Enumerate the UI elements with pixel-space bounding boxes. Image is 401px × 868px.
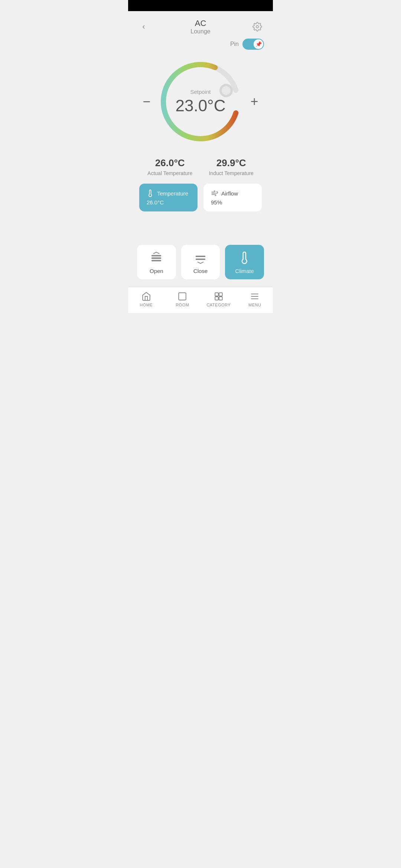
svg-rect-11 bbox=[215, 293, 218, 296]
temperature-card-icon-row: Temperature bbox=[147, 190, 188, 197]
climate-mode-label: Climate bbox=[235, 268, 254, 274]
header-center: AC Lounge bbox=[190, 19, 210, 35]
mode-buttons: Open Close Climate bbox=[128, 237, 273, 287]
svg-rect-7 bbox=[151, 260, 161, 262]
svg-rect-5 bbox=[151, 255, 161, 256]
temperature-card[interactable]: Temperature 26.0°C bbox=[139, 184, 198, 211]
cards-row: Temperature 26.0°C Airflow 95% bbox=[128, 184, 273, 219]
nav-item-home[interactable]: HOME bbox=[128, 290, 164, 309]
dial-container: Setpoint 23.0°C bbox=[156, 57, 245, 146]
pin-icon: 📌 bbox=[255, 41, 262, 47]
decrease-button[interactable]: − bbox=[137, 95, 156, 108]
climate-mode-button[interactable]: Climate bbox=[225, 245, 264, 279]
close-icon bbox=[194, 251, 207, 264]
actual-temp-value: 26.0°C bbox=[147, 157, 192, 169]
gear-icon bbox=[252, 22, 262, 32]
svg-rect-6 bbox=[151, 257, 161, 259]
svg-rect-12 bbox=[219, 293, 222, 296]
nav-label-room: ROOM bbox=[176, 303, 189, 307]
thermometer-icon bbox=[147, 190, 154, 197]
close-mode-label: Close bbox=[193, 268, 208, 274]
svg-rect-13 bbox=[215, 297, 218, 300]
induct-temp-item: 29.9°C Induct Temperature bbox=[209, 157, 253, 176]
home-icon bbox=[141, 292, 151, 301]
open-icon bbox=[150, 251, 163, 264]
climate-icon bbox=[238, 251, 251, 264]
pin-row: Pin 📌 bbox=[128, 39, 273, 53]
airflow-card-icon-row: Airflow bbox=[211, 190, 238, 197]
status-bar bbox=[128, 0, 273, 11]
svg-rect-10 bbox=[179, 293, 186, 300]
category-icon bbox=[214, 292, 224, 301]
airflow-card-title: Airflow bbox=[221, 190, 238, 197]
menu-icon bbox=[250, 292, 260, 301]
actual-temp-item: 26.0°C Actual Temperature bbox=[147, 157, 192, 176]
nav-label-category: CATEGORY bbox=[206, 303, 231, 307]
temperature-row: 26.0°C Actual Temperature 29.9°C Induct … bbox=[128, 154, 273, 184]
pin-toggle[interactable]: 📌 bbox=[242, 39, 264, 50]
temperature-card-value: 26.0°C bbox=[147, 199, 164, 206]
setpoint-label: Setpoint bbox=[175, 89, 225, 95]
dial-center: Setpoint 23.0°C bbox=[175, 89, 225, 115]
toggle-knob: 📌 bbox=[254, 39, 263, 49]
svg-point-0 bbox=[256, 26, 259, 28]
open-mode-button[interactable]: Open bbox=[137, 245, 176, 279]
close-mode-button[interactable]: Close bbox=[181, 245, 220, 279]
actual-temp-label: Actual Temperature bbox=[147, 170, 192, 176]
pin-label: Pin bbox=[230, 41, 239, 47]
svg-rect-8 bbox=[196, 256, 205, 257]
header: ‹ AC Lounge bbox=[128, 11, 273, 39]
nav-label-menu: MENU bbox=[248, 303, 261, 307]
back-icon: ‹ bbox=[142, 22, 145, 32]
airflow-card-value: 95% bbox=[211, 199, 222, 206]
settings-button[interactable] bbox=[251, 20, 264, 33]
svg-rect-9 bbox=[196, 259, 205, 260]
temperature-card-title: Temperature bbox=[157, 190, 188, 197]
airflow-card[interactable]: Airflow 95% bbox=[203, 184, 262, 211]
open-mode-label: Open bbox=[150, 268, 163, 274]
induct-temp-value: 29.9°C bbox=[209, 157, 253, 169]
airflow-icon bbox=[211, 190, 218, 197]
bottom-nav: HOME ROOM CATEGORY MENU bbox=[128, 287, 273, 313]
room-icon bbox=[177, 292, 187, 301]
nav-label-home: HOME bbox=[140, 303, 153, 307]
back-button[interactable]: ‹ bbox=[137, 20, 150, 33]
svg-rect-14 bbox=[219, 297, 222, 300]
increase-button[interactable]: + bbox=[245, 95, 264, 108]
induct-temp-label: Induct Temperature bbox=[209, 170, 253, 176]
nav-item-category[interactable]: CATEGORY bbox=[200, 290, 237, 309]
nav-item-menu[interactable]: MENU bbox=[237, 290, 273, 309]
page-subtitle: Lounge bbox=[190, 28, 210, 35]
page-title: AC bbox=[190, 19, 210, 28]
setpoint-value: 23.0°C bbox=[175, 96, 225, 115]
nav-item-room[interactable]: ROOM bbox=[164, 290, 201, 309]
dial-section: − Setpoint 23.0°C + bbox=[128, 53, 273, 154]
